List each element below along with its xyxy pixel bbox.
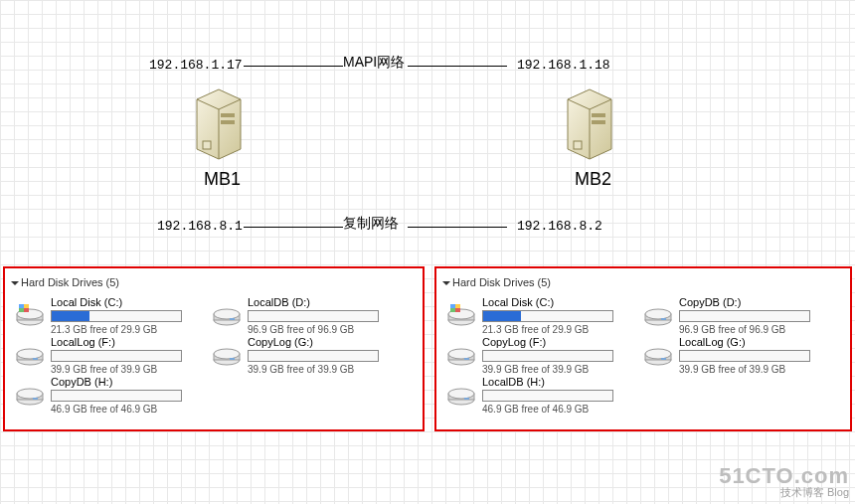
- drive-item[interactable]: Local Disk (C:)21.3 GB free of 29.9 GB: [13, 294, 210, 334]
- watermark-big: 51CTO.com: [719, 463, 849, 489]
- drive-text: CopyLog (G:)39.9 GB free of 39.9 GB: [248, 334, 405, 375]
- svg-rect-37: [455, 308, 460, 312]
- drive-free-text: 46.9 GB free of 46.9 GB: [51, 404, 208, 415]
- drive-text: Local Disk (C:)21.3 GB free of 29.9 GB: [51, 294, 208, 335]
- drive-item[interactable]: LocalLog (G:)39.9 GB free of 39.9 GB: [641, 334, 838, 374]
- drive-panel-left: Hard Disk Drives (5) Local Disk (C:)21.3…: [3, 266, 425, 431]
- drive-item[interactable]: LocalDB (D:)96.9 GB free of 96.9 GB: [210, 294, 407, 334]
- server-right-label: MB2: [575, 169, 611, 190]
- svg-rect-1: [221, 120, 235, 124]
- drive-text: CopyDB (H:)46.9 GB free of 46.9 GB: [51, 374, 208, 415]
- svg-rect-45: [464, 358, 469, 360]
- drive-name: CopyLog (F:): [482, 336, 639, 348]
- drive-icon: [212, 300, 242, 328]
- top-network-label: MAPI网络: [343, 54, 405, 72]
- svg-rect-4: [592, 120, 605, 124]
- os-drive-icon: [446, 300, 476, 328]
- drive-text: CopyLog (F:)39.9 GB free of 39.9 GB: [482, 334, 639, 375]
- svg-rect-17: [230, 318, 235, 320]
- drive-free-text: 39.9 GB free of 39.9 GB: [248, 364, 405, 375]
- drive-text: CopyDB (D:)96.9 GB free of 96.9 GB: [679, 294, 836, 335]
- svg-rect-25: [230, 358, 235, 360]
- usage-bar: [248, 310, 379, 322]
- os-drive-icon: [15, 300, 45, 328]
- svg-rect-35: [455, 304, 460, 308]
- svg-point-52: [448, 389, 474, 399]
- svg-point-16: [214, 309, 240, 319]
- svg-rect-49: [661, 358, 666, 360]
- bottom-right-ip: 192.168.8.2: [517, 219, 602, 234]
- top-right-line: [408, 66, 507, 67]
- watermark: 51CTO.com 技术博客 Blog: [719, 463, 849, 500]
- drive-name: Local Disk (C:): [482, 296, 639, 308]
- drive-icon: [212, 340, 242, 368]
- drive-icon: [643, 300, 673, 328]
- drive-item[interactable]: LocalLog (F:)39.9 GB free of 39.9 GB: [13, 334, 210, 374]
- bottom-left-line: [244, 227, 343, 228]
- drive-name: Local Disk (C:): [51, 296, 208, 308]
- svg-rect-11: [24, 304, 29, 308]
- drive-item[interactable]: CopyDB (H:)46.9 GB free of 46.9 GB: [13, 374, 210, 414]
- svg-rect-34: [450, 304, 455, 308]
- usage-bar: [482, 310, 613, 322]
- drive-icon: [643, 340, 673, 368]
- top-right-ip: 192.168.1.18: [517, 58, 610, 73]
- drive-item[interactable]: LocalDB (H:)46.9 GB free of 46.9 GB: [444, 374, 641, 414]
- svg-rect-53: [464, 398, 469, 400]
- server-right-icon: [562, 87, 617, 163]
- svg-point-20: [17, 349, 43, 359]
- drive-item[interactable]: CopyLog (G:)39.9 GB free of 39.9 GB: [210, 334, 407, 374]
- svg-rect-36: [450, 308, 455, 312]
- bottom-left-ip: 192.168.8.1: [157, 219, 243, 234]
- panel-header: Hard Disk Drives (5): [13, 274, 415, 294]
- top-left-ip: 192.168.1.17: [149, 58, 243, 73]
- drive-item[interactable]: CopyDB (D:)96.9 GB free of 96.9 GB: [641, 294, 838, 334]
- drive-free-text: 39.9 GB free of 39.9 GB: [679, 364, 836, 375]
- svg-rect-10: [19, 304, 24, 308]
- server-left-label: MB1: [204, 169, 241, 190]
- usage-bar: [248, 350, 379, 362]
- drive-text: LocalDB (H:)46.9 GB free of 46.9 GB: [482, 374, 639, 415]
- drive-text: LocalLog (G:)39.9 GB free of 39.9 GB: [679, 334, 836, 375]
- drive-name: LocalLog (F:): [51, 336, 208, 348]
- usage-bar: [482, 390, 613, 402]
- drive-name: LocalDB (H:): [482, 376, 639, 388]
- svg-point-24: [214, 349, 240, 359]
- diagram-canvas: 192.168.1.17 MAPI网络 192.168.1.18 MB1: [0, 0, 855, 504]
- usage-bar: [679, 350, 810, 362]
- drive-text: LocalLog (F:)39.9 GB free of 39.9 GB: [51, 334, 208, 375]
- drive-icon: [15, 380, 45, 408]
- svg-rect-12: [19, 308, 24, 312]
- top-left-line: [244, 66, 343, 67]
- drive-name: CopyLog (G:): [248, 336, 405, 348]
- drive-name: LocalLog (G:): [679, 336, 836, 348]
- drive-name: CopyDB (D:): [679, 296, 836, 308]
- drive-icon: [15, 340, 45, 368]
- svg-rect-21: [33, 358, 38, 360]
- drive-free-text: 46.9 GB free of 46.9 GB: [482, 404, 639, 415]
- drive-name: LocalDB (D:): [248, 296, 405, 308]
- svg-rect-13: [24, 308, 29, 312]
- svg-point-40: [645, 309, 671, 319]
- drive-item[interactable]: CopyLog (F:)39.9 GB free of 39.9 GB: [444, 334, 641, 374]
- usage-bar: [51, 310, 182, 322]
- svg-rect-0: [221, 113, 235, 117]
- panel-header: Hard Disk Drives (5): [444, 274, 842, 294]
- svg-rect-29: [33, 398, 38, 400]
- svg-point-48: [645, 349, 671, 359]
- drive-grid: Local Disk (C:)21.3 GB free of 29.9 GBLo…: [13, 294, 415, 414]
- drive-text: Local Disk (C:)21.3 GB free of 29.9 GB: [482, 294, 639, 335]
- drive-name: CopyDB (H:): [51, 376, 208, 388]
- usage-bar: [482, 350, 613, 362]
- usage-bar: [51, 390, 182, 402]
- drive-icon: [446, 380, 476, 408]
- usage-bar: [679, 310, 810, 322]
- svg-rect-3: [592, 113, 605, 117]
- svg-rect-5: [574, 141, 582, 149]
- drive-grid: Local Disk (C:)21.3 GB free of 29.9 GBCo…: [444, 294, 842, 414]
- drive-item[interactable]: Local Disk (C:)21.3 GB free of 29.9 GB: [444, 294, 641, 334]
- bottom-network-label: 复制网络: [343, 215, 399, 233]
- watermark-small: 技术博客 Blog: [719, 485, 849, 500]
- drive-text: LocalDB (D:)96.9 GB free of 96.9 GB: [248, 294, 405, 335]
- bottom-right-line: [408, 227, 507, 228]
